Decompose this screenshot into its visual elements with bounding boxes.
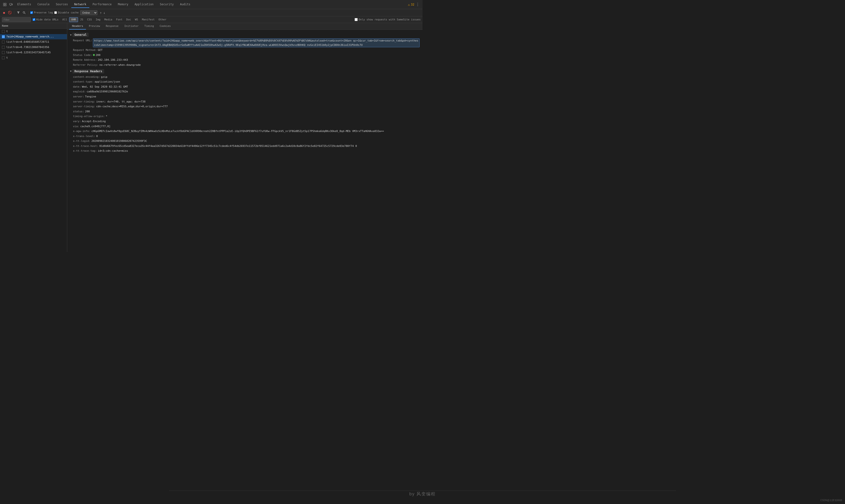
response-header-value: 200 [85, 109, 90, 114]
list-item[interactable]: t [0, 55, 67, 60]
response-header-row: x-tt-trace-host:01d0d6679fec65cd5ea8327e… [70, 144, 420, 148]
tab-performance[interactable]: Performance [90, 1, 114, 8]
response-header-value: application/json [94, 80, 120, 84]
tab-cookies[interactable]: Cookies [157, 23, 174, 30]
tab-security[interactable]: Security [157, 1, 177, 8]
status-code-text: 200 [95, 54, 100, 57]
response-header-key: eagleid: [73, 90, 86, 94]
tab-sources[interactable]: Sources [53, 1, 71, 8]
list-items-container: t ?aid=24&app_name=web_search... list?rd… [0, 29, 67, 252]
hide-data-urls-checkbox[interactable] [33, 18, 35, 21]
filter-img[interactable]: Img [94, 17, 103, 22]
inspect-icon[interactable] [2, 2, 8, 7]
response-header-key: x-tt-trace-host: [73, 144, 98, 148]
clear-button[interactable]: 🚫 [8, 11, 12, 15]
list-item[interactable]: list?rdn=0.7382130607843356 [0, 44, 67, 50]
response-header-key: server: [73, 94, 84, 99]
response-header-row: timing-allow-origin:* [70, 114, 420, 119]
throttle-select[interactable]: Online Fast 3G Slow 3G Offline [80, 10, 97, 15]
samesite-checkbox[interactable] [355, 18, 358, 21]
list-item[interactable]: list?rdn=0.6400165685720711 [0, 39, 67, 44]
response-header-row: server:Tengine [70, 94, 420, 99]
tab-application[interactable]: Application [131, 1, 156, 8]
response-header-value: gzip [101, 75, 108, 79]
response-header-value: id=3;cdn-cache=miss [98, 149, 128, 153]
filter-font[interactable]: Font [114, 17, 125, 22]
preserve-log-checkbox[interactable] [30, 11, 33, 14]
more-options-icon[interactable]: ⋮ [415, 2, 420, 7]
network-toolbar: ● 🚫 Preserve log Disable cache Online Fa… [0, 9, 422, 16]
filter-doc[interactable]: Doc [124, 17, 133, 22]
tab-timing[interactable]: Timing [141, 23, 157, 30]
item-checkbox[interactable] [2, 56, 5, 59]
filter-input[interactable] [2, 17, 31, 22]
response-headers-list: content-encoding:gzipcontent-type:applic… [70, 75, 420, 154]
response-header-key: status: [73, 109, 84, 114]
filter-xhr[interactable]: XHR [69, 17, 78, 22]
tab-elements[interactable]: Elements [14, 1, 34, 8]
referrer-policy-row: Referrer Policy: no-referrer-when-downgr… [70, 63, 420, 67]
item-checkbox[interactable] [2, 40, 5, 43]
response-header-value: * [106, 114, 107, 119]
response-header-key: x-tt-trace-tag: [73, 149, 97, 153]
main-content: Name t ?aid=24&app_name=web_search... li… [0, 23, 422, 252]
tab-network[interactable]: Network [71, 1, 89, 8]
network-list-panel: Name t ?aid=24&app_name=web_search... li… [0, 23, 67, 252]
response-header-key: server-timing: [73, 104, 95, 109]
tab-preview[interactable]: Preview [86, 23, 103, 30]
response-headers-section-header[interactable]: ▼ Response Headers [70, 69, 420, 73]
search-icon[interactable] [22, 11, 26, 15]
samesite-filter-group[interactable]: Only show requests with SameSite issues [355, 18, 420, 21]
general-section-arrow: ▼ [70, 34, 72, 36]
referrer-policy-value: no-referrer-when-downgrade [100, 63, 141, 67]
request-url-row: Request URL: https://www.toutiao.com/api… [70, 38, 420, 47]
tab-response[interactable]: Response [103, 23, 122, 30]
filter-css[interactable]: CSS [85, 17, 94, 22]
list-item[interactable]: t [0, 29, 67, 34]
general-section-header[interactable]: ▼ General [70, 33, 420, 37]
hide-data-urls-group[interactable]: Hide data URLs [33, 18, 58, 21]
item-name: list?rdn=0.7382130607843356 [6, 46, 65, 49]
response-header-row: x-trans-level:0 [70, 134, 420, 139]
request-url-key: Request URL: [73, 38, 92, 47]
response-header-row: server-timing:cdn-cache;desc=MISS,edge;d… [70, 104, 420, 109]
disable-cache-checkbox[interactable] [54, 11, 57, 14]
device-toolbar-icon[interactable] [8, 2, 14, 7]
response-header-row: via:cache9.cn949[777,0] [70, 124, 420, 129]
item-checkbox[interactable] [2, 35, 5, 38]
filter-js[interactable]: JS [78, 17, 85, 22]
export-button[interactable]: ↓ [103, 11, 105, 15]
filter-media[interactable]: Media [102, 17, 114, 22]
response-header-value: 0 [96, 134, 98, 139]
disable-cache-group[interactable]: Disable cache [54, 11, 78, 14]
response-header-key: content-type: [73, 80, 94, 84]
preserve-log-group[interactable]: Preserve log [30, 11, 53, 14]
response-header-key: vary: [73, 119, 81, 124]
item-checkbox[interactable] [2, 46, 5, 49]
filter-manifest[interactable]: Manifest [140, 17, 157, 22]
svg-line-8 [24, 13, 25, 14]
list-item[interactable]: list?rdn=0.12591543736457145 [0, 50, 67, 55]
response-header-key: date: [73, 85, 81, 89]
filter-other[interactable]: Other [157, 17, 168, 22]
filter-icon[interactable] [16, 11, 20, 15]
status-code-value: 200 [93, 53, 100, 57]
warning-count: 32 [411, 3, 414, 6]
headers-panel: Headers Preview Response Initiator Timin… [67, 23, 422, 252]
devtools-tab-bar: Elements Console Sources Network Perform… [0, 0, 422, 9]
record-button[interactable]: ● [2, 11, 6, 15]
item-checkbox[interactable] [2, 30, 5, 33]
response-header-value: ca68ba9d15990139608182762e [87, 90, 128, 94]
tab-headers[interactable]: Headers [69, 23, 86, 30]
item-checkbox[interactable] [2, 51, 5, 54]
samesite-label: Only show requests with SameSite issues [359, 18, 420, 21]
filter-all[interactable]: All [60, 17, 69, 22]
tab-console[interactable]: Console [35, 1, 53, 8]
filter-ws[interactable]: WS [133, 17, 140, 22]
tab-audits[interactable]: Audits [177, 1, 193, 8]
tab-memory[interactable]: Memory [115, 1, 131, 8]
list-item[interactable]: ?aid=24&app_name=web_search... [0, 34, 67, 39]
tab-initiator[interactable]: Initiator [122, 23, 142, 30]
response-header-key: server-timing: [73, 100, 95, 104]
import-button[interactable]: ↑ [100, 11, 102, 15]
